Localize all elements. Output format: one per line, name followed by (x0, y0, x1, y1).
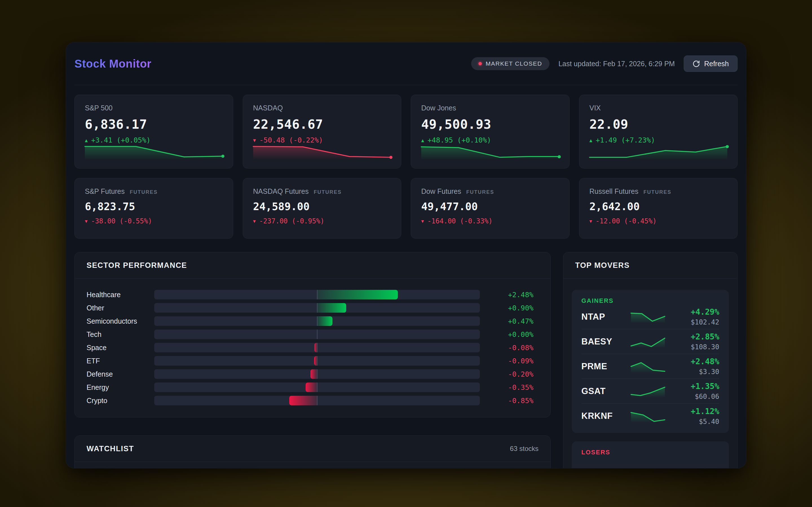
futures-tag: FUTURES (466, 189, 494, 195)
sector-label: Defense (87, 370, 143, 378)
index-name: Dow Jones (421, 104, 559, 112)
futures-value: 2,642.00 (590, 201, 727, 213)
sector-bar-track (154, 383, 480, 392)
sector-percent: -0.09% (491, 357, 534, 365)
sector-percent: -0.85% (491, 397, 534, 405)
index-sparkline (590, 144, 727, 159)
mover-row-prme[interactable]: PRME+2.48%$3.30 (581, 354, 719, 379)
sector-label: Healthcare (87, 291, 143, 299)
sector-percent: +0.00% (491, 330, 534, 339)
sector-performance-title: SECTOR PERFORMANCE (87, 261, 187, 270)
mover-symbol: GSAT (581, 386, 626, 396)
index-change: ▲ +48.95 (+0.10%) (421, 136, 559, 144)
futures-card-sp[interactable]: S&P Futures FUTURES 6,823.75 ▼ -38.00 (-… (74, 178, 233, 238)
index-card-dowjones[interactable]: Dow Jones 49,500.93 ▲ +48.95 (+0.10%) (411, 95, 569, 168)
sector-bar (306, 383, 317, 392)
mover-symbol: BAESY (581, 337, 626, 347)
sector-percent: -0.08% (491, 344, 534, 352)
sector-row: Crypto-0.85% (87, 396, 534, 405)
index-card-sp500[interactable]: S&P 500 6,836.17 ▲ +3.41 (+0.05%) (74, 95, 233, 168)
down-triangle-icon: ▼ (421, 219, 424, 224)
futures-change-text: -38.00 (-0.55%) (91, 217, 152, 225)
futures-cards-row: S&P Futures FUTURES 6,823.75 ▼ -38.00 (-… (74, 178, 738, 238)
futures-name: NASDAQ Futures (253, 187, 309, 195)
mover-sparkline (631, 385, 665, 397)
futures-name: Dow Futures (421, 187, 461, 195)
index-card-vix[interactable]: VIX 22.09 ▲ +1.49 (+7.23%) (579, 95, 738, 168)
mover-sparkline (631, 311, 665, 323)
index-change: ▲ +1.49 (+7.23%) (590, 136, 727, 144)
mover-price: $102.42 (691, 318, 719, 326)
mover-symbol: PRME (581, 361, 626, 372)
down-triangle-icon: ▼ (85, 219, 88, 224)
futures-change: ▼ -237.00 (-0.95%) (253, 217, 391, 225)
futures-change: ▼ -12.00 (-0.45%) (590, 217, 727, 225)
sector-row: ETF-0.09% (87, 356, 534, 365)
futures-tag: FUTURES (130, 189, 158, 195)
up-triangle-icon: ▲ (85, 137, 88, 143)
sector-bar-track (154, 356, 480, 365)
futures-card-nasdaq[interactable]: NASDAQ Futures FUTURES 24,589.00 ▼ -237.… (243, 178, 402, 238)
refresh-button[interactable]: Refresh (684, 55, 738, 72)
index-name: NASDAQ (253, 104, 391, 112)
mover-change: +2.85% (691, 332, 719, 341)
index-sparkline (85, 144, 223, 159)
down-triangle-icon: ▼ (590, 219, 592, 224)
index-value: 22,546.67 (253, 117, 391, 132)
index-sparkline (253, 144, 391, 159)
page-title: Stock Monitor (74, 57, 151, 70)
sector-percent: +2.48% (491, 291, 534, 299)
mover-change: +1.12% (691, 407, 719, 416)
futures-card-russell[interactable]: Russell Futures FUTURES 2,642.00 ▼ -12.0… (579, 178, 738, 238)
sector-bar (314, 356, 317, 365)
sector-label: Energy (87, 383, 143, 392)
index-value: 49,500.93 (421, 117, 559, 132)
futures-name: Russell Futures (590, 187, 639, 195)
down-triangle-icon: ▼ (253, 137, 256, 143)
mover-row-gsat[interactable]: GSAT+1.35%$60.06 (581, 379, 719, 404)
mover-change: +2.48% (691, 357, 719, 366)
sector-performance-panel: SECTOR PERFORMANCE Healthcare+2.48%Other… (74, 252, 551, 417)
index-card-nasdaq[interactable]: NASDAQ 22,546.67 ▼ -50.48 (-0.22%) (243, 95, 402, 168)
down-triangle-icon: ▼ (253, 219, 256, 224)
mover-price: $60.06 (691, 393, 719, 400)
mover-price: $5.40 (691, 418, 719, 426)
top-movers-panel: TOP MOVERS GAINERS NTAP+4.29%$102.42BAES… (563, 252, 738, 468)
up-triangle-icon: ▲ (590, 137, 592, 143)
futures-tag: FUTURES (314, 189, 342, 195)
index-sparkline (421, 144, 559, 159)
sector-label: ETF (87, 357, 143, 365)
sector-bar (317, 290, 398, 299)
mover-price: $108.30 (691, 343, 719, 351)
index-cards-row: S&P 500 6,836.17 ▲ +3.41 (+0.05%) NASDAQ… (74, 95, 738, 168)
main-content-grid: SECTOR PERFORMANCE Healthcare+2.48%Other… (74, 252, 738, 468)
sector-bar-track (154, 316, 480, 326)
sector-percent: +0.90% (491, 304, 534, 312)
sector-row: Semiconductors+0.47% (87, 316, 534, 326)
index-value: 6,836.17 (85, 117, 223, 132)
losers-card: LOSERS (572, 441, 729, 468)
sector-row: Healthcare+2.48% (87, 290, 534, 299)
sector-row: Tech+0.00% (87, 330, 534, 339)
futures-card-dow[interactable]: Dow Futures FUTURES 49,477.00 ▼ -164.00 … (411, 178, 569, 238)
mover-row-ntap[interactable]: NTAP+4.29%$102.42 (581, 304, 719, 329)
sector-label: Space (87, 344, 143, 352)
watchlist-filters (75, 462, 550, 468)
sector-label: Tech (87, 330, 143, 339)
mover-price: $3.30 (691, 368, 719, 376)
sector-percent: -0.20% (491, 370, 534, 378)
sparkline-end-dot-icon (221, 155, 224, 158)
sector-row: Defense-0.20% (87, 369, 534, 379)
index-change-text: -50.48 (-0.22%) (259, 136, 323, 144)
sector-bar (289, 396, 317, 405)
losers-label: LOSERS (581, 449, 719, 456)
stock-monitor-dashboard: Stock Monitor MARKET CLOSED Last updated… (66, 42, 746, 468)
mover-row-baesy[interactable]: BAESY+2.85%$108.30 (581, 329, 719, 354)
sector-percent: -0.35% (491, 383, 534, 392)
mover-symbol: NTAP (581, 312, 626, 322)
index-change-text: +1.49 (+7.23%) (596, 136, 655, 144)
up-triangle-icon: ▲ (421, 137, 424, 143)
mover-row-krknf[interactable]: KRKNF+1.12%$5.40 (581, 404, 719, 429)
watchlist-title: WATCHLIST (87, 445, 134, 453)
gainers-label: GAINERS (581, 297, 719, 304)
